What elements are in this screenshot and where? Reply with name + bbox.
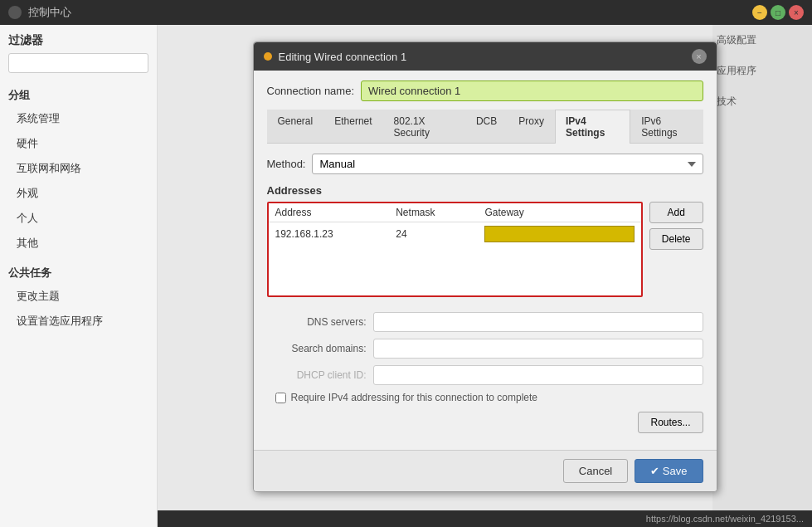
cell-gateway[interactable]	[478, 222, 640, 246]
dhcp-input[interactable]	[373, 365, 703, 385]
tab-dcb[interactable]: DCB	[465, 110, 508, 144]
tab-ipv6[interactable]: IPv6 Settings	[630, 110, 703, 144]
search-input[interactable]	[8, 53, 148, 73]
save-button[interactable]: ✔ Save	[635, 459, 703, 483]
addresses-buttons: Add Delete	[649, 202, 703, 304]
minimize-button[interactable]: −	[752, 5, 767, 20]
dhcp-row: DHCP client ID:	[267, 365, 703, 385]
sidebar-item-personal[interactable]: 个人	[0, 206, 157, 231]
app-icon	[8, 6, 22, 19]
dialog-footer: Cancel ✔ Save	[254, 450, 717, 491]
dialog-body: Connection name: General Ethernet 802.1X…	[254, 71, 717, 450]
connection-name-input[interactable]	[361, 81, 703, 101]
delete-address-button[interactable]: Delete	[649, 228, 703, 250]
dns-row: DNS servers:	[267, 312, 703, 332]
sidebar-item-change-theme[interactable]: 更改主题	[0, 284, 157, 309]
tab-8021x[interactable]: 802.1X Security	[383, 110, 465, 144]
add-address-button[interactable]: Add	[649, 202, 703, 223]
bottom-url: https://blog.csdn.net/weixin_4219153...	[646, 514, 804, 524]
addresses-table: Address Netmask Gateway 192.168.1.23	[269, 203, 641, 295]
public-title: 公共任务	[0, 259, 157, 284]
filter-section: 过滤器	[0, 25, 157, 81]
sidebar-item-hardware[interactable]: 硬件	[0, 131, 157, 156]
search-domains-input[interactable]	[373, 339, 703, 359]
edit-connection-dialog: Editing Wired connection 1 × Connection …	[253, 41, 717, 492]
require-ipv4-label: Require IPv4 addressing for this connect…	[291, 392, 538, 403]
col-gateway: Gateway	[478, 203, 640, 222]
dialog-title: Editing Wired connection 1	[279, 51, 407, 63]
titlebar: 控制中心 − □ ×	[0, 0, 812, 25]
filter-title: 过滤器	[8, 33, 148, 48]
cell-address: 192.168.1.23	[269, 222, 390, 246]
addresses-table-area: Address Netmask Gateway 192.168.1.23	[267, 202, 643, 304]
dns-input[interactable]	[373, 312, 703, 332]
sidebar-item-network[interactable]: 互联网和网络	[0, 156, 157, 181]
search-domains-label: Search domains:	[267, 343, 367, 354]
tab-ipv4[interactable]: IPv4 Settings	[555, 110, 630, 144]
main-layout: 过滤器 分组 系统管理 硬件 互联网和网络 外观 个人 其他 公共任务 更改主题…	[0, 25, 812, 527]
routes-button[interactable]: Routes...	[638, 412, 703, 433]
col-address: Address	[269, 203, 390, 222]
window-controls: − □ ×	[752, 5, 804, 20]
require-ipv4-checkbox[interactable]	[275, 393, 286, 403]
tabs-bar: General Ethernet 802.1X Security DCB Pro…	[267, 110, 703, 144]
bottom-bar: https://blog.csdn.net/weixin_4219153...	[158, 510, 812, 527]
sidebar: 过滤器 分组 系统管理 硬件 互联网和网络 外观 个人 其他 公共任务 更改主题…	[0, 25, 158, 527]
group-title: 分组	[0, 81, 157, 106]
sidebar-item-default-apps[interactable]: 设置首选应用程序	[0, 309, 157, 334]
dialog-overlay: Editing Wired connection 1 × Connection …	[158, 25, 812, 527]
table-row[interactable]: 192.168.1.23 24	[269, 222, 641, 246]
require-ipv4-row: Require IPv4 addressing for this connect…	[267, 392, 703, 403]
dialog-titlebar: Editing Wired connection 1 ×	[254, 42, 717, 71]
close-button[interactable]: ×	[789, 5, 804, 20]
cancel-button[interactable]: Cancel	[563, 459, 628, 483]
table-row-empty	[269, 246, 641, 295]
addresses-table-container: Address Netmask Gateway 192.168.1.23	[267, 202, 643, 297]
tab-proxy[interactable]: Proxy	[508, 110, 555, 144]
dialog-close-button[interactable]: ×	[692, 49, 707, 64]
tab-general[interactable]: General	[267, 110, 324, 144]
cell-netmask: 24	[389, 222, 478, 246]
content-area: 高级配置 应用程序 技术 Editing Wired connection 1 …	[158, 25, 812, 527]
connection-name-row: Connection name:	[267, 81, 703, 101]
addresses-section-title: Addresses	[267, 184, 703, 197]
col-netmask: Netmask	[389, 203, 478, 222]
method-label: Method:	[267, 158, 306, 170]
sidebar-item-other[interactable]: 其他	[0, 231, 157, 256]
dns-label: DNS servers:	[267, 316, 367, 328]
dialog-status-dot	[264, 52, 272, 61]
method-select[interactable]: Manual Automatic (DHCP) Link-Local Only …	[312, 154, 703, 174]
dhcp-label: DHCP client ID:	[267, 369, 367, 381]
sidebar-item-system[interactable]: 系统管理	[0, 106, 157, 131]
search-domains-row: Search domains:	[267, 339, 703, 359]
method-row: Method: Manual Automatic (DHCP) Link-Loc…	[267, 154, 703, 174]
app-title: 控制中心	[28, 5, 71, 20]
routes-row: Routes...	[267, 412, 703, 433]
tab-ethernet[interactable]: Ethernet	[323, 110, 382, 144]
connection-name-label: Connection name:	[267, 85, 355, 97]
addresses-area: Address Netmask Gateway 192.168.1.23	[267, 202, 703, 304]
maximize-button[interactable]: □	[771, 5, 785, 20]
sidebar-item-appearance[interactable]: 外观	[0, 181, 157, 206]
